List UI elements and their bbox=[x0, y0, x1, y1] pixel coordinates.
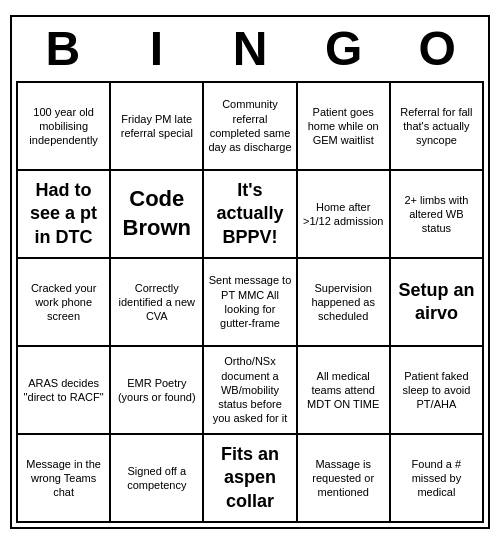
bingo-cell-20[interactable]: Message in the wrong Teams chat bbox=[18, 435, 111, 523]
bingo-letter-i: I bbox=[112, 25, 200, 73]
bingo-cell-12[interactable]: Sent message to PT MMC All looking for g… bbox=[204, 259, 297, 347]
bingo-cell-7[interactable]: It's actually BPPV! bbox=[204, 171, 297, 259]
bingo-grid: 100 year old mobilising independentlyFri… bbox=[16, 81, 484, 523]
bingo-cell-18[interactable]: All medical teams attend MDT ON TIME bbox=[298, 347, 391, 435]
bingo-cell-21[interactable]: Signed off a competency bbox=[111, 435, 204, 523]
bingo-cell-1[interactable]: Friday PM late referral special bbox=[111, 83, 204, 171]
bingo-cell-9[interactable]: 2+ limbs with altered WB status bbox=[391, 171, 484, 259]
bingo-cell-4[interactable]: Referral for fall that's actually syncop… bbox=[391, 83, 484, 171]
bingo-cell-16[interactable]: EMR Poetry (yours or found) bbox=[111, 347, 204, 435]
bingo-letter-g: G bbox=[300, 25, 388, 73]
bingo-cell-6[interactable]: Code Brown bbox=[111, 171, 204, 259]
bingo-cell-11[interactable]: Correctly identified a new CVA bbox=[111, 259, 204, 347]
bingo-cell-8[interactable]: Home after >1/12 admission bbox=[298, 171, 391, 259]
bingo-cell-10[interactable]: Cracked your work phone screen bbox=[18, 259, 111, 347]
bingo-cell-22[interactable]: Fits an aspen collar bbox=[204, 435, 297, 523]
bingo-cell-13[interactable]: Supervision happened as scheduled bbox=[298, 259, 391, 347]
bingo-letter-b: B bbox=[19, 25, 107, 73]
bingo-card: BINGO 100 year old mobilising independen… bbox=[10, 15, 490, 529]
bingo-cell-24[interactable]: Found a # missed by medical bbox=[391, 435, 484, 523]
bingo-letter-n: N bbox=[206, 25, 294, 73]
bingo-cell-3[interactable]: Patient goes home while on GEM waitlist bbox=[298, 83, 391, 171]
bingo-cell-15[interactable]: ARAS decides "direct to RACF" bbox=[18, 347, 111, 435]
bingo-cell-5[interactable]: Had to see a pt in DTC bbox=[18, 171, 111, 259]
bingo-cell-23[interactable]: Massage is requested or mentioned bbox=[298, 435, 391, 523]
bingo-cell-14[interactable]: Setup an airvo bbox=[391, 259, 484, 347]
bingo-cell-17[interactable]: Ortho/NSx document a WB/mobility status … bbox=[204, 347, 297, 435]
bingo-letter-o: O bbox=[393, 25, 481, 73]
bingo-cell-0[interactable]: 100 year old mobilising independently bbox=[18, 83, 111, 171]
bingo-header: BINGO bbox=[16, 21, 484, 81]
bingo-cell-2[interactable]: Community referral completed same day as… bbox=[204, 83, 297, 171]
bingo-cell-19[interactable]: Patient faked sleep to avoid PT/AHA bbox=[391, 347, 484, 435]
